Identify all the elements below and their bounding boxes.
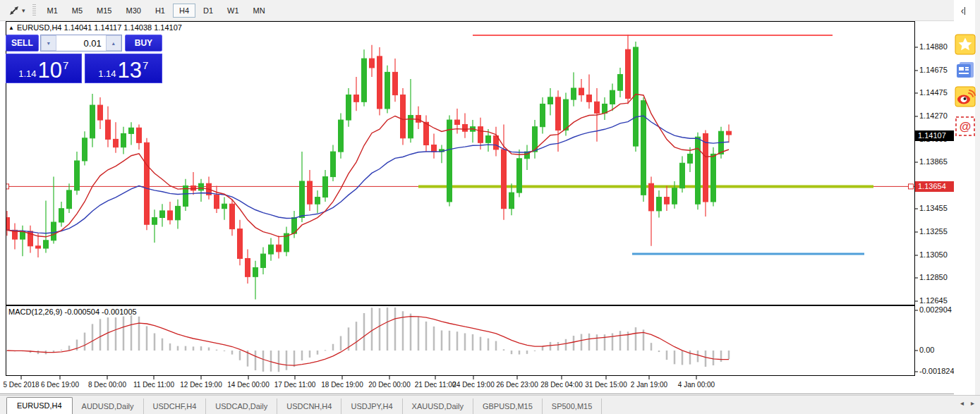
volume-decrease-button[interactable]: ▾ [41, 35, 56, 51]
macd-histogram-bar [441, 330, 443, 351]
chart-tab-gbpusd[interactable]: GBPUSD,M15 [473, 398, 543, 414]
macd-histogram-bar [526, 351, 528, 354]
chart-tab-xauusd[interactable]: XAUUSD,Daily [403, 398, 473, 414]
macd-histogram-bar [472, 334, 474, 351]
macd-histogram-bar [658, 351, 660, 352]
macd-histogram-bar [379, 308, 381, 351]
macd-histogram-bar [581, 334, 583, 351]
macd-histogram-bar [666, 351, 668, 360]
arrange-charts-button[interactable]: ▾ [6, 4, 28, 18]
volume-increase-button[interactable]: ▴ [106, 35, 121, 51]
macd-histogram-bar [286, 351, 288, 370]
timeframe-button-d1[interactable]: D1 [197, 4, 219, 18]
macd-histogram-bar [619, 331, 622, 351]
macd-histogram-bar [185, 346, 187, 351]
macd-histogram-bar [418, 317, 420, 351]
buy-button[interactable]: BUY [125, 35, 162, 51]
macd-histogram-bar [278, 351, 280, 372]
ask-prefix: 1.14 [98, 68, 116, 79]
tab-scroll-left-icon[interactable]: ◂ [960, 399, 964, 407]
collapse-sidebar-button[interactable]: ‹ [955, 4, 971, 18]
macd-histogram-bar [294, 351, 296, 367]
chart-tab-bar: EURUSD,H4AUDUSD,DailyUSDCHF,H4USDCAD,Dai… [0, 395, 980, 414]
macd-histogram-bar [162, 339, 164, 351]
email-at-icon[interactable]: @ [955, 116, 976, 137]
chart-tab-usdjpy[interactable]: USDJPY,H4 [341, 398, 402, 414]
volume-stepper: ▾ ▴ [40, 35, 122, 51]
news-icon[interactable] [955, 59, 976, 80]
timeframe-button-h1[interactable]: H1 [149, 4, 171, 18]
bid-prefix: 1.14 [18, 68, 36, 79]
macd-histogram-bar [503, 349, 505, 351]
macd-histogram-bar [550, 342, 552, 351]
chart-tab-audusd[interactable]: AUDUSD,Daily [73, 398, 144, 414]
macd-histogram-bar [317, 351, 319, 355]
candlestick [145, 138, 150, 230]
chart-tab-eurusd[interactable]: EURUSD,H4 [6, 397, 73, 414]
macd-histogram-bar [146, 326, 148, 351]
macd-histogram-bar [495, 341, 497, 351]
chart-tab-usdcnh[interactable]: USDCNH,H4 [277, 398, 341, 414]
bid-big-digits: 10 [37, 60, 61, 81]
macd-histogram-bar [488, 339, 490, 351]
macd-histogram-bar [325, 350, 327, 351]
macd-histogram-bar [674, 351, 676, 364]
candlestick [385, 66, 390, 114]
tab-scroll-right-icon[interactable]: ▸ [971, 399, 974, 407]
ask-big-digits: 13 [117, 60, 141, 81]
timeframe-button-w1[interactable]: W1 [221, 4, 246, 18]
macd-histogram-bar [682, 351, 684, 365]
chart-header: ▲EURUSD,H4 1.14041 1.14117 1.14038 1.141… [8, 23, 182, 32]
timeframe-button-m15[interactable]: M15 [90, 4, 118, 18]
macd-histogram-bar [596, 334, 598, 351]
macd-histogram-bar [573, 336, 575, 351]
macd-histogram-bar [270, 351, 272, 372]
chart-tab-sp500[interactable]: SP500,M15 [543, 398, 602, 414]
timeframe-button-h4[interactable]: H4 [173, 4, 195, 18]
macd-histogram-bar [604, 334, 606, 351]
macd-histogram-bar [154, 334, 156, 351]
weibo-icon[interactable] [955, 86, 976, 107]
macd-histogram-bar [239, 351, 241, 360]
collapse-chevron-icon: ‹ [961, 5, 964, 16]
ask-price-button[interactable]: 1.14 13 7 [85, 54, 163, 83]
macd-histogram-bar [410, 314, 412, 351]
macd-histogram-bar [542, 346, 544, 351]
macd-histogram-bar [224, 351, 226, 351]
macd-histogram-bar [68, 346, 71, 351]
macd-histogram-bar [200, 346, 202, 351]
macd-histogram-bar [37, 351, 40, 354]
toolbar-grip[interactable] [32, 4, 36, 17]
macd-histogram-bar [720, 351, 722, 362]
timeframe-button-mn[interactable]: MN [247, 4, 272, 18]
macd-histogram-bar [61, 350, 63, 351]
timeframe-button-m1[interactable]: M1 [41, 4, 64, 18]
macd-histogram-bar [255, 351, 257, 370]
favorites-star-icon[interactable] [955, 34, 976, 55]
timeframe-button-m30[interactable]: M30 [120, 4, 147, 18]
macd-histogram-bar [612, 334, 614, 351]
volume-input[interactable] [56, 35, 106, 51]
timeframe-button-m5[interactable]: M5 [66, 4, 89, 18]
chart-tab-usdchf[interactable]: USDCHF,H4 [144, 398, 207, 414]
macd-histogram-bar [371, 308, 373, 351]
macd-histogram-bar [131, 315, 133, 351]
sell-button[interactable]: SELL [6, 35, 39, 51]
macd-histogram-bar [107, 317, 109, 351]
macd-histogram-bar [177, 346, 179, 351]
chart-tab-usdcad[interactable]: USDCAD,Daily [206, 398, 277, 414]
red-horizontal-line-1.13654-handle[interactable] [4, 184, 9, 189]
arrange-charts-icon [8, 5, 20, 16]
macd-histogram-bar [340, 336, 342, 351]
candlestick [339, 113, 344, 158]
macd-histogram-bar [557, 342, 559, 351]
candlestick [401, 88, 406, 145]
macd-histogram-bar [99, 319, 102, 351]
red-horizontal-line-1.13654-handle[interactable] [909, 184, 914, 189]
sidebar-gray-strip [975, 0, 980, 395]
macd-histogram-bar [123, 317, 125, 351]
macd-histogram-bar [301, 351, 303, 360]
symbol-marker-icon: ▲ [8, 25, 14, 31]
chart-ohlc-text: EURUSD,H4 1.14041 1.14117 1.14038 1.1410… [17, 23, 182, 32]
bid-price-button[interactable]: 1.14 10 7 [6, 54, 82, 83]
